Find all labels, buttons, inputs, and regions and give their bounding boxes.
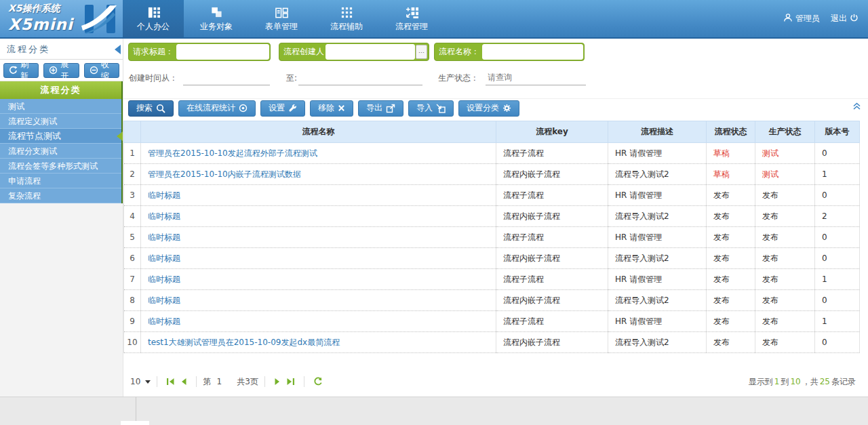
- table-row[interactable]: 6临时标题流程内嵌子流程流程导入测试2发布发布0: [124, 248, 860, 269]
- set-category-button[interactable]: 设置分类: [458, 100, 519, 117]
- main-nav: 个人办公业务对象表单管理流程辅助流程管理: [123, 0, 444, 37]
- refresh-button[interactable]: 刷新: [3, 63, 39, 78]
- cell-version: 0: [815, 248, 860, 269]
- prod-status-input[interactable]: [486, 70, 586, 85]
- process-name-link[interactable]: 临时标题: [148, 317, 180, 326]
- table-row[interactable]: 7临时标题流程子流程HR 请假管理发布发布1: [124, 269, 860, 290]
- cell-key: 流程子流程: [496, 185, 608, 206]
- cell-desc: 流程导入测试2: [608, 290, 707, 311]
- table-row[interactable]: 8临时标题流程内嵌子流程流程导入测试2发布发布0: [124, 290, 860, 311]
- table-row[interactable]: 2管理员在2015-10-10内嵌子流程测试数据流程内嵌子流程流程导入测试2草稿…: [124, 164, 860, 185]
- logo-line1: X5操作系统: [8, 3, 81, 15]
- double-chevron-up-icon[interactable]: [852, 101, 861, 113]
- cell-name: 临时标题: [141, 269, 496, 290]
- caret-down-icon: [145, 380, 151, 384]
- logo-h-emblem-icon: [81, 3, 120, 35]
- cell-prod-status: 测试: [755, 143, 815, 164]
- cell-version: 0: [815, 332, 860, 353]
- process-name-link[interactable]: 管理员在2015-10-10发起流程外部子流程测试: [148, 148, 317, 158]
- cell-desc: 流程导入测试2: [608, 164, 707, 185]
- export-button[interactable]: 导出: [358, 100, 403, 117]
- sidebar-section-header: 流程分类: [0, 81, 123, 99]
- process-name-link[interactable]: 临时标题: [148, 296, 180, 305]
- sidebar-item-label: 流程节点测试: [8, 131, 61, 141]
- last-page-icon[interactable]: [286, 378, 295, 386]
- column-header-6: 生产状态: [755, 121, 815, 143]
- process-name-link[interactable]: 管理员在2015-10-10内嵌子流程测试数据: [148, 169, 301, 179]
- cell-desc: HR 请假管理: [608, 269, 707, 290]
- nav-tab-3[interactable]: 表单管理: [249, 0, 314, 37]
- process-name-link[interactable]: 临时标题: [148, 190, 180, 200]
- sidebar-item-label: 复杂流程: [8, 191, 41, 201]
- process-name-link[interactable]: 临时标题: [148, 211, 180, 221]
- collapse-button[interactable]: 收缩: [84, 63, 119, 78]
- process-name-link[interactable]: 临时标题: [148, 275, 180, 284]
- ellipsis-icon[interactable]: …: [416, 45, 427, 59]
- process-creator-input[interactable]: [326, 44, 415, 60]
- cell-prod-status: 发布: [755, 311, 815, 332]
- cell-version: 0: [815, 227, 860, 248]
- nav-tab-4[interactable]: 流程辅助: [314, 0, 379, 37]
- created-to-input[interactable]: [298, 70, 422, 85]
- request-title-input[interactable]: [176, 44, 269, 60]
- sidebar-item-6[interactable]: 申请流程: [0, 174, 121, 188]
- logout-button[interactable]: 退出: [831, 13, 859, 24]
- cell-name: 临时标题: [141, 248, 496, 269]
- settings-label: 设置: [269, 102, 285, 114]
- online-stats-button[interactable]: 在线流程统计: [178, 100, 256, 117]
- import-button[interactable]: 导入: [408, 100, 454, 117]
- summary-prefix: 显示到: [749, 376, 773, 388]
- next-page-icon[interactable]: [274, 378, 281, 386]
- cell-status: 发布: [707, 248, 755, 269]
- sidebar-item-1[interactable]: 测试: [0, 99, 121, 114]
- summary-to: 10: [790, 377, 800, 386]
- search-button[interactable]: 搜索: [128, 100, 174, 117]
- settings-button[interactable]: 设置: [260, 100, 305, 117]
- process-name-input[interactable]: [482, 44, 583, 60]
- logo-text: X5操作系统 X5mini: [0, 3, 81, 34]
- sidebar-tree: 测试流程定义测试流程节点测试流程分支测试流程会签等多种形式测试申请流程复杂流程: [0, 99, 123, 203]
- cell-version: 2: [815, 206, 860, 227]
- current-user[interactable]: 管理员: [783, 13, 820, 24]
- nav-tab-5[interactable]: 流程管理: [379, 0, 444, 37]
- process-name-link[interactable]: test1大雄测试管理员在2015-10-09发起dx最简流程: [148, 338, 340, 347]
- sidebar-item-label: 测试: [8, 102, 24, 111]
- sidebar-item-5[interactable]: 流程会签等多种形式测试: [0, 159, 121, 174]
- filter-row: 创建时间从： 至: 生产状态：: [123, 69, 868, 87]
- nav-tab-2[interactable]: 业务对象: [184, 0, 249, 37]
- cell-prod-status: 发布: [755, 332, 815, 353]
- prev-page-icon[interactable]: [180, 378, 187, 386]
- table-row[interactable]: 3临时标题流程子流程HR 请假管理发布发布0: [124, 185, 860, 206]
- expand-button[interactable]: 展开: [43, 63, 79, 78]
- left-triangle-icon[interactable]: [115, 45, 121, 54]
- table-row[interactable]: 10test1大雄测试管理员在2015-10-09发起dx最简流程流程内嵌子流程…: [124, 332, 860, 353]
- page-size-select[interactable]: 10: [130, 377, 151, 386]
- nav-tab-1[interactable]: 个人办公: [123, 0, 184, 37]
- sidebar-item-2[interactable]: 流程定义测试: [0, 114, 121, 129]
- process-name-link[interactable]: 临时标题: [148, 254, 180, 263]
- cell-desc: HR 请假管理: [608, 143, 707, 164]
- table-row[interactable]: 5临时标题流程子流程HR 请假管理发布发布0: [124, 227, 860, 248]
- import-icon: [436, 104, 446, 113]
- sidebar-item-7[interactable]: 复杂流程: [0, 188, 121, 203]
- status-bar: [0, 397, 868, 425]
- summary-total: 25: [820, 377, 830, 386]
- table-row[interactable]: 1管理员在2015-10-10发起流程外部子流程测试流程子流程HR 请假管理草稿…: [124, 143, 860, 164]
- table-row[interactable]: 9临时标题流程子流程HR 请假管理发布发布1: [124, 311, 860, 332]
- gear-icon: [502, 104, 511, 113]
- sidebar-item-4[interactable]: 流程分支测试: [0, 144, 121, 159]
- export-label: 导出: [366, 102, 382, 114]
- remove-button[interactable]: 移除: [310, 100, 353, 117]
- cell-key: 流程内嵌子流程: [496, 290, 608, 311]
- sidebar-item-label: 申请流程: [8, 176, 41, 186]
- sidebar-item-3[interactable]: 流程节点测试: [0, 129, 121, 144]
- table-row[interactable]: 4临时标题流程内嵌子流程流程导入测试2发布发布2: [124, 206, 860, 227]
- cell-status: 发布: [707, 290, 755, 311]
- request-title-label: 请求标题：: [129, 46, 176, 58]
- first-page-icon[interactable]: [166, 378, 175, 386]
- created-from-input[interactable]: [183, 70, 270, 85]
- cell-status: 发布: [707, 311, 755, 332]
- process-name-link[interactable]: 临时标题: [148, 232, 180, 242]
- pager-refresh-icon[interactable]: [313, 377, 323, 386]
- current-page-input[interactable]: 1: [211, 377, 227, 386]
